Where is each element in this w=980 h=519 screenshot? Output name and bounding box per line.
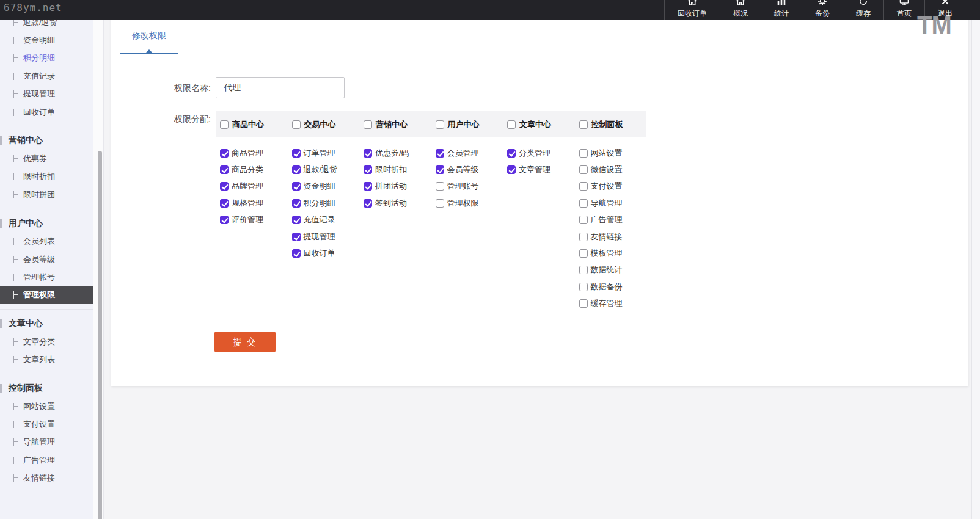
sidebar-item[interactable]: 优惠券 bbox=[0, 150, 93, 167]
checkbox-icon[interactable] bbox=[364, 165, 372, 174]
permission-name-input[interactable] bbox=[216, 77, 345, 98]
permission-checkbox-item[interactable]: 优惠券/码 bbox=[359, 145, 431, 161]
checkbox-icon[interactable] bbox=[292, 120, 301, 129]
sidebar-item[interactable]: 资金明细 bbox=[0, 31, 93, 49]
checkbox-icon[interactable] bbox=[220, 149, 229, 158]
permission-checkbox-item[interactable]: 规格管理 bbox=[216, 195, 288, 211]
permission-checkbox-item[interactable]: 提现管理 bbox=[288, 228, 360, 245]
topbar-item-backup[interactable]: 备份 bbox=[802, 0, 843, 20]
category-checkbox-item[interactable]: 用户中心 bbox=[431, 111, 503, 137]
sidebar-item[interactable]: 限时拼团 bbox=[0, 186, 93, 203]
sidebar-section-control-panel[interactable]: 控制面板 bbox=[0, 379, 93, 397]
sidebar-item[interactable]: 友情链接 bbox=[0, 469, 93, 487]
permission-checkbox-item[interactable]: 积分明细 bbox=[288, 195, 360, 211]
checkbox-icon[interactable] bbox=[220, 216, 229, 224]
category-checkbox-item[interactable]: 交易中心 bbox=[288, 111, 360, 137]
checkbox-icon[interactable] bbox=[436, 182, 444, 191]
sidebar-item[interactable]: 充值记录 bbox=[0, 67, 93, 85]
sidebar-item[interactable]: 广告管理 bbox=[0, 451, 93, 469]
sidebar-scrollbar-track[interactable] bbox=[93, 20, 104, 519]
permission-checkbox-item[interactable]: 数据统计 bbox=[575, 262, 647, 278]
sidebar-section-users[interactable]: 用户中心 bbox=[0, 214, 93, 233]
submit-button[interactable]: 提 交 bbox=[214, 332, 276, 352]
permission-checkbox-item[interactable]: 数据备份 bbox=[575, 278, 647, 295]
sidebar-item[interactable]: 回收订单 bbox=[0, 103, 93, 121]
checkbox-icon[interactable] bbox=[220, 199, 229, 208]
sidebar-item[interactable]: 网站设置 bbox=[0, 397, 93, 415]
permission-checkbox-item[interactable]: 退款/退货 bbox=[288, 161, 360, 178]
topbar-item-cache[interactable]: 缓存 bbox=[843, 0, 883, 20]
checkbox-icon[interactable] bbox=[292, 199, 301, 208]
checkbox-icon[interactable] bbox=[507, 165, 516, 174]
tab-edit-permission[interactable]: 修改权限 bbox=[120, 17, 178, 54]
checkbox-icon[interactable] bbox=[579, 233, 588, 241]
page-scrollbar-track[interactable] bbox=[971, 20, 980, 519]
permission-checkbox-item[interactable]: 友情链接 bbox=[575, 228, 647, 245]
permission-checkbox-item[interactable]: 签到活动 bbox=[359, 195, 431, 211]
permission-checkbox-item[interactable]: 会员等级 bbox=[431, 161, 503, 178]
permission-checkbox-item[interactable]: 拼团活动 bbox=[359, 178, 431, 195]
permission-checkbox-item[interactable]: 网站设置 bbox=[575, 145, 647, 161]
category-checkbox-item[interactable]: 控制面板 bbox=[575, 111, 647, 137]
checkbox-icon[interactable] bbox=[292, 149, 301, 158]
topbar-item-overview[interactable]: 概况 bbox=[720, 0, 761, 20]
checkbox-icon[interactable] bbox=[364, 199, 372, 208]
permission-checkbox-item[interactable]: 限时折扣 bbox=[359, 161, 431, 178]
checkbox-icon[interactable] bbox=[579, 149, 588, 158]
checkbox-icon[interactable] bbox=[579, 165, 588, 174]
checkbox-icon[interactable] bbox=[220, 120, 229, 129]
permission-checkbox-item[interactable]: 充值记录 bbox=[288, 212, 360, 228]
sidebar-item[interactable]: 提现管理 bbox=[0, 85, 93, 103]
permission-checkbox-item[interactable]: 缓存管理 bbox=[575, 296, 647, 312]
checkbox-icon[interactable] bbox=[292, 216, 301, 224]
checkbox-icon[interactable] bbox=[292, 182, 301, 191]
permission-checkbox-item[interactable]: 支付设置 bbox=[575, 178, 647, 195]
sidebar-section-articles[interactable]: 文章中心 bbox=[0, 314, 93, 333]
checkbox-icon[interactable] bbox=[507, 149, 516, 158]
checkbox-icon[interactable] bbox=[579, 299, 588, 308]
sidebar-item[interactable]: 导航管理 bbox=[0, 434, 93, 451]
category-checkbox-item[interactable]: 文章中心 bbox=[503, 111, 575, 137]
checkbox-icon[interactable] bbox=[507, 120, 516, 129]
sidebar-item[interactable]: 支付设置 bbox=[0, 415, 93, 433]
checkbox-icon[interactable] bbox=[436, 149, 444, 158]
permission-checkbox-item[interactable]: 评价管理 bbox=[216, 212, 288, 228]
checkbox-icon[interactable] bbox=[436, 199, 444, 208]
checkbox-icon[interactable] bbox=[579, 283, 588, 291]
permission-checkbox-item[interactable]: 品牌管理 bbox=[216, 178, 288, 195]
permission-checkbox-item[interactable]: 广告管理 bbox=[575, 212, 647, 228]
permission-checkbox-item[interactable]: 微信设置 bbox=[575, 161, 647, 178]
checkbox-icon[interactable] bbox=[364, 120, 372, 129]
permission-checkbox-item[interactable]: 回收订单 bbox=[288, 245, 360, 261]
checkbox-icon[interactable] bbox=[579, 249, 588, 258]
topbar-item-recycle-orders[interactable]: 回收订单 bbox=[664, 0, 720, 20]
checkbox-icon[interactable] bbox=[436, 120, 444, 129]
sidebar-item[interactable]: 文章分类 bbox=[0, 333, 93, 350]
permission-checkbox-item[interactable]: 管理账号 bbox=[431, 178, 503, 195]
category-checkbox-item[interactable]: 商品中心 bbox=[216, 111, 288, 137]
sidebar-item[interactable]: 管理权限 bbox=[0, 286, 93, 304]
checkbox-icon[interactable] bbox=[579, 199, 588, 208]
sidebar-item[interactable]: 管理帐号 bbox=[0, 268, 93, 286]
sidebar-section-marketing[interactable]: 营销中心 bbox=[0, 131, 93, 150]
checkbox-icon[interactable] bbox=[364, 182, 372, 191]
checkbox-icon[interactable] bbox=[579, 216, 588, 224]
checkbox-icon[interactable] bbox=[579, 182, 588, 191]
permission-checkbox-item[interactable]: 文章管理 bbox=[503, 161, 575, 178]
category-checkbox-item[interactable]: 营销中心 bbox=[359, 111, 431, 137]
permission-checkbox-item[interactable]: 订单管理 bbox=[288, 145, 360, 161]
checkbox-icon[interactable] bbox=[292, 249, 301, 258]
checkbox-icon[interactable] bbox=[220, 165, 229, 174]
permission-checkbox-item[interactable]: 商品管理 bbox=[216, 145, 288, 161]
permission-checkbox-item[interactable]: 会员管理 bbox=[431, 145, 503, 161]
permission-checkbox-item[interactable]: 分类管理 bbox=[503, 145, 575, 161]
checkbox-icon[interactable] bbox=[364, 149, 372, 158]
checkbox-icon[interactable] bbox=[220, 182, 229, 191]
permission-checkbox-item[interactable]: 管理权限 bbox=[431, 195, 503, 211]
permission-checkbox-item[interactable]: 商品分类 bbox=[216, 161, 288, 178]
checkbox-icon[interactable] bbox=[436, 165, 444, 174]
checkbox-icon[interactable] bbox=[579, 120, 588, 129]
sidebar-item[interactable]: 积分明细 bbox=[0, 49, 93, 67]
sidebar-item[interactable]: 会员等级 bbox=[0, 250, 93, 268]
sidebar-item[interactable]: 退款/退货 bbox=[0, 20, 93, 31]
